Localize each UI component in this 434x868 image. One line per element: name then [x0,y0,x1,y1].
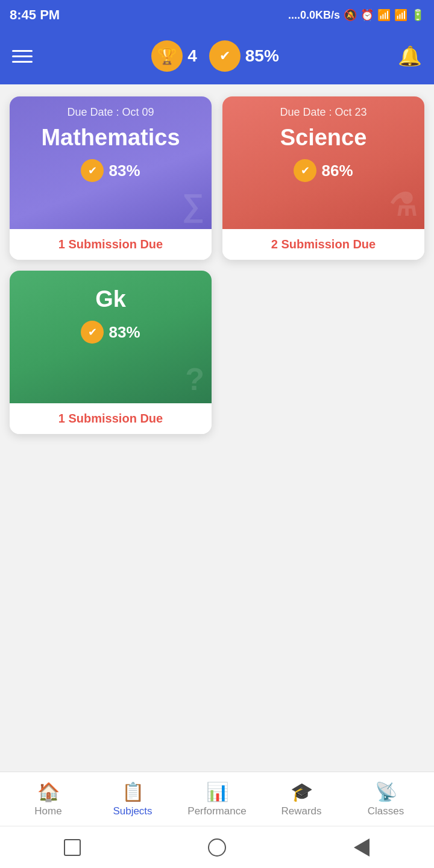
gk-subject-name: Gk [95,286,126,312]
alarm-icon: ⏰ [360,8,374,22]
nav-rewards[interactable]: 🎓 Rewards [259,781,344,817]
percent-badge: ✔ 85% [209,40,279,72]
math-due-date: Due Date : Oct 09 [67,106,154,119]
gk-score-row: ✔ 83% [81,321,140,344]
math-score: 83% [108,162,140,180]
performance-icon: 📊 [206,781,228,802]
science-card-bottom: 2 Submission Due [222,229,424,260]
cards-grid: Due Date : Oct 09 Mathematics ✔ 83% ∑ 1 … [10,96,424,434]
subjects-label: Subjects [113,805,152,817]
percent-check-icon: ✔ [209,40,241,72]
header: 🏆 4 ✔ 85% 🔔 [0,30,434,84]
math-card-top: Due Date : Oct 09 Mathematics ✔ 83% ∑ [10,96,212,229]
science-due-date: Due Date : Oct 23 [280,106,366,119]
wifi-icon: 📶 [394,8,407,22]
gk-watermark: ? [185,361,203,397]
battery-icon: 🔋 [411,8,424,22]
math-score-row: ✔ 83% [81,159,140,182]
mute-icon: 🔕 [344,8,357,22]
gk-card-bottom: 1 Submission Due [10,403,212,434]
system-square-button[interactable] [61,837,83,858]
system-nav [0,826,434,868]
subjects-icon: 📋 [122,781,144,802]
bell-icon[interactable]: 🔔 [398,45,422,68]
math-card-bottom: 1 Submission Due [10,229,212,260]
math-watermark: ∑ [182,187,203,223]
gk-score-icon: ✔ [81,321,104,344]
percent-value: 85% [245,46,279,66]
bottom-nav: 🏠 Home 📋 Subjects 📊 Performance 🎓 Reward… [0,772,434,826]
system-back-button[interactable] [351,837,373,858]
math-card[interactable]: Due Date : Oct 09 Mathematics ✔ 83% ∑ 1 … [10,96,212,260]
trophy-count: 4 [187,46,197,66]
hamburger-menu[interactable] [12,50,33,63]
gk-score: 83% [108,323,140,342]
home-icon: 🏠 [37,781,60,802]
header-center: 🏆 4 ✔ 85% [151,40,279,72]
rewards-icon: 🎓 [291,781,313,802]
science-score-icon: ✔ [294,159,316,182]
nav-performance[interactable]: 📊 Performance [175,781,259,817]
circle-icon [208,838,226,857]
math-score-icon: ✔ [81,159,104,182]
science-card-top: Due Date : Oct 23 Science ✔ 86% ⚗ [222,96,424,229]
time: 8:45 PM [10,7,60,23]
science-card[interactable]: Due Date : Oct 23 Science ✔ 86% ⚗ 2 Subm… [222,96,424,260]
signal-icon: 📶 [377,8,391,22]
nav-home[interactable]: 🏠 Home [6,781,90,817]
square-icon [64,839,81,856]
trophy-badge: 🏆 4 [151,40,197,72]
science-submission: 2 Submission Due [271,237,376,251]
status-bar: 8:45 PM ....0.0KB/s 🔕 ⏰ 📶 📶 🔋 [0,0,434,30]
home-label: Home [34,805,61,817]
science-score-row: ✔ 86% [294,159,353,182]
science-watermark: ⚗ [389,187,416,223]
status-icons: ....0.0KB/s 🔕 ⏰ 📶 📶 🔋 [288,8,424,22]
science-score: 86% [321,162,353,180]
math-subject-name: Mathematics [41,125,180,151]
performance-label: Performance [187,805,246,817]
network-text: ....0.0KB/s [288,9,340,22]
science-subject-name: Science [280,125,367,151]
trophy-icon: 🏆 [151,40,183,72]
gk-card-top: Gk ✔ 83% ? [10,271,212,403]
math-submission: 1 Submission Due [58,237,163,251]
classes-label: Classes [368,805,404,817]
main-content: Due Date : Oct 09 Mathematics ✔ 83% ∑ 1 … [0,84,434,772]
gk-submission: 1 Submission Due [58,412,163,425]
nav-subjects[interactable]: 📋 Subjects [90,781,175,817]
classes-icon: 📡 [375,781,397,802]
rewards-label: Rewards [281,805,321,817]
system-home-button[interactable] [206,837,228,858]
back-triangle-icon [354,838,370,857]
gk-card[interactable]: Gk ✔ 83% ? 1 Submission Due [10,271,212,434]
nav-classes[interactable]: 📡 Classes [344,781,428,817]
